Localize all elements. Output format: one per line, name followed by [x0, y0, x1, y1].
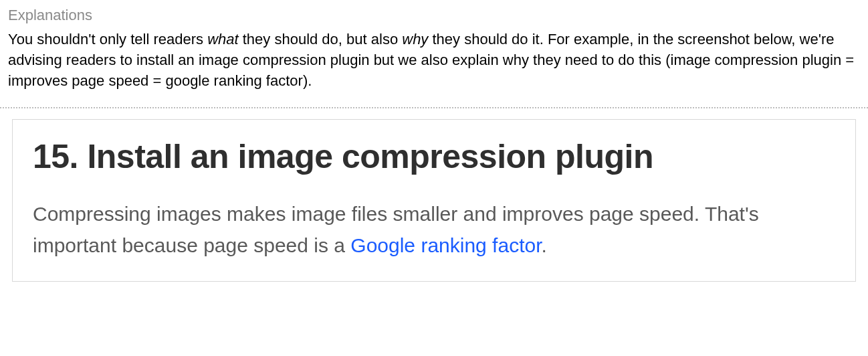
embedded-heading: 15. Install an image compression plugin — [33, 137, 835, 176]
para-emphasis-why: why — [402, 31, 428, 48]
para-text: You shouldn't only tell readers — [8, 31, 207, 48]
embedded-text: . — [542, 234, 547, 256]
para-emphasis-what: what — [207, 31, 238, 48]
embedded-screenshot-box: 15. Install an image compression plugin … — [12, 119, 856, 282]
embedded-paragraph: Compressing images makes image files sma… — [33, 199, 835, 261]
para-text: they should do, but also — [239, 31, 403, 48]
dotted-separator — [0, 107, 868, 108]
section-label: Explanations — [8, 7, 860, 24]
explanation-paragraph: You shouldn't only tell readers what the… — [8, 29, 860, 91]
google-ranking-factor-link[interactable]: Google ranking factor — [350, 234, 541, 256]
